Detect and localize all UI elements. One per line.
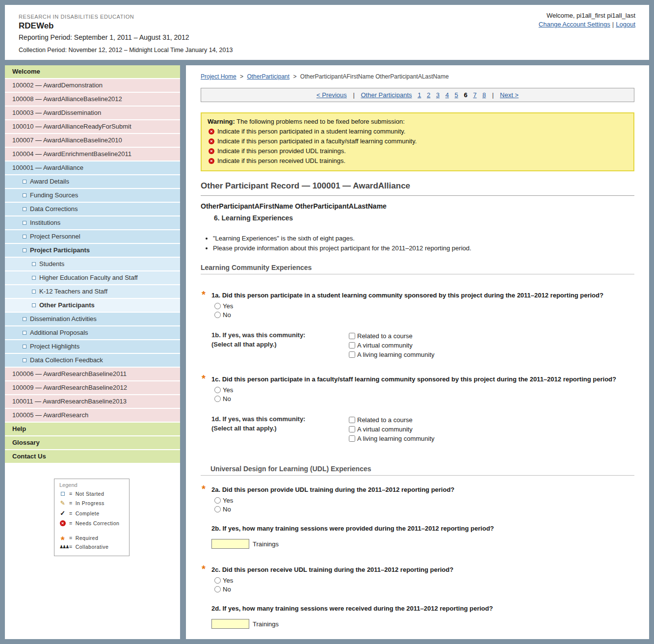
main-content: Project Home > OtherParticipant > OtherP… — [186, 65, 649, 639]
error-x-icon — [59, 520, 66, 526]
q2a-no-option[interactable]: No — [214, 506, 634, 513]
sidebar-item-institutions[interactable]: Institutions — [5, 216, 180, 230]
other-participants-link[interactable]: Other Participants — [361, 91, 412, 99]
q2b-input-row: Trainings — [211, 539, 634, 549]
question-2c: * 2c. Did this person receive UDL traini… — [201, 565, 628, 574]
q1b-living-learning-checkbox[interactable] — [349, 351, 355, 358]
breadcrumb-project-home-link[interactable]: Project Home — [201, 73, 236, 80]
breadcrumb: Project Home > OtherParticipant > OtherP… — [201, 73, 634, 80]
page-link-3[interactable]: 3 — [436, 91, 440, 99]
sidebar-item-award-100003[interactable]: 100003 — AwardDissemination — [5, 107, 180, 120]
q1d-virtual-community-checkbox[interactable] — [349, 426, 355, 432]
q1d-related-course-option[interactable]: Related to a course — [349, 416, 435, 424]
sidebar-item-contact-us[interactable]: Contact Us — [5, 450, 180, 464]
q2a-no-radio[interactable] — [214, 506, 221, 512]
sidebar-item-label: Students — [39, 260, 64, 268]
sidebar-item-project-highlights[interactable]: Project Highlights — [5, 340, 180, 354]
sidebar-item-additional-proposals[interactable]: Additional Proposals — [5, 326, 180, 340]
page-link-8[interactable]: 8 — [482, 91, 486, 99]
sidebar-item-data-corrections[interactable]: Data Corrections — [5, 203, 180, 216]
page-link-4[interactable]: 4 — [445, 91, 449, 99]
sidebar-item-award-100004[interactable]: 100004 — AwardEnrichmentBaseline2011 — [5, 148, 180, 161]
sidebar-item-award-100002[interactable]: 100002 — AwardDemonstration — [5, 79, 180, 93]
sidebar-item-funding-sources[interactable]: Funding Sources — [5, 189, 180, 203]
sidebar-item-award-100009[interactable]: 100009 — AwardResearchBaseline2012 — [5, 381, 180, 395]
breadcrumb-other-participant-link[interactable]: OtherParticipant — [247, 73, 289, 80]
required-asterisk-icon: * — [202, 292, 206, 297]
sidebar-item-project-participants[interactable]: Project Participants — [5, 244, 180, 258]
q2a-yes-option[interactable]: Yes — [214, 497, 634, 504]
sidebar-item-glossary[interactable]: Glossary — [5, 436, 180, 450]
sidebar-item-higher-ed-faculty-staff[interactable]: Higher Education Faculty and Staff — [5, 271, 180, 285]
q2c-no-radio[interactable] — [214, 586, 221, 592]
q1b-virtual-community-option[interactable]: A virtual community — [349, 342, 435, 349]
sidebar-item-award-100001[interactable]: 100001 — AwardAlliance — [5, 161, 180, 175]
pager-separator: | — [353, 91, 354, 99]
q1c-no-radio[interactable] — [214, 396, 221, 402]
change-account-settings-link[interactable]: Change Account Settings — [539, 21, 610, 28]
q1d-living-learning-checkbox[interactable] — [349, 435, 355, 442]
option-label: Yes — [223, 497, 233, 504]
page-link-7[interactable]: 7 — [473, 91, 476, 99]
sidebar-item-award-100008[interactable]: 100008 — AwardAllianceBaseline2012 — [5, 93, 180, 107]
sidebar-item-other-participants[interactable]: Other Participants — [5, 299, 180, 313]
sidebar-item-award-100005[interactable]: 100005 — AwardResearch — [5, 409, 180, 423]
sidebar-item-award-details[interactable]: Award Details — [5, 175, 180, 189]
q1c-yes-radio[interactable] — [214, 387, 221, 393]
sidebar-item-award-100011[interactable]: 100011 — AwardResearchBaseline2013 — [5, 395, 180, 409]
page-link-5[interactable]: 5 — [455, 91, 458, 99]
sidebar-item-label: Dissemination Activities — [30, 315, 97, 322]
q1d-related-course-checkbox[interactable] — [349, 417, 355, 423]
next-page-link[interactable]: Next > — [500, 91, 519, 99]
q1c-no-option[interactable]: No — [214, 395, 634, 402]
q1b-living-learning-option[interactable]: A living learning community — [349, 351, 435, 358]
sidebar-item-students[interactable]: Students — [5, 258, 180, 271]
not-started-checkbox-icon — [23, 180, 26, 184]
trainings-provided-input[interactable] — [211, 539, 249, 549]
trainings-received-input[interactable] — [211, 619, 249, 629]
participant-name: OtherParticipantAFirstName OtherParticip… — [201, 202, 634, 210]
sidebar-item-data-collection-feedback[interactable]: Data Collection Feedback — [5, 354, 180, 368]
q2c-options: Yes No — [214, 577, 634, 593]
q1b-virtual-community-checkbox[interactable] — [349, 342, 355, 349]
sidebar-item-award-100007[interactable]: 100007 — AwardAllianceBaseline2010 — [5, 134, 180, 148]
legend-spacer — [59, 526, 124, 532]
logout-link[interactable]: Logout — [616, 21, 635, 28]
q1a-no-radio[interactable] — [214, 312, 221, 318]
q1d-living-learning-option[interactable]: A living learning community — [349, 435, 435, 442]
sidebar-item-award-100010[interactable]: 100010 — AwardAllianceReadyForSubmit — [5, 120, 180, 134]
not-started-checkbox-icon — [32, 262, 36, 266]
q1c-yes-option[interactable]: Yes — [214, 386, 634, 394]
q2c-no-option[interactable]: No — [214, 586, 634, 593]
sidebar-item-welcome[interactable]: Welcome — [5, 65, 180, 79]
sidebar-item-project-personnel[interactable]: Project Personnel — [5, 230, 180, 244]
q1a-yes-option[interactable]: Yes — [214, 302, 634, 310]
question-text: 2a. Did this person provide UDL training… — [211, 486, 454, 493]
q1a-no-option[interactable]: No — [214, 311, 634, 319]
previous-page-link[interactable]: < Previous — [316, 91, 347, 99]
q2c-yes-radio[interactable] — [214, 577, 221, 584]
section-learning-community: Learning Community Experiences — [201, 264, 634, 274]
q1b-related-course-checkbox[interactable] — [349, 333, 355, 339]
sidebar-item-award-100006[interactable]: 100006 — AwardResearchBaseline2011 — [5, 368, 180, 381]
warning-item: Indicate if this person received UDL tra… — [208, 157, 628, 164]
q2a-yes-radio[interactable] — [214, 497, 221, 504]
sidebar-item-help[interactable]: Help — [5, 423, 180, 436]
q1b-label: 1b. If yes, was this community: — [211, 330, 349, 340]
page-link-2[interactable]: 2 — [427, 91, 430, 99]
q2d-input-row: Trainings — [211, 619, 634, 629]
page-heading: 6. Learning Experiences — [214, 214, 634, 222]
page-layout: Welcome 100002 — AwardDemonstration 1000… — [5, 65, 649, 639]
page-link-1[interactable]: 1 — [418, 91, 421, 99]
q1d-virtual-community-option[interactable]: A virtual community — [349, 426, 435, 433]
q1a-yes-radio[interactable] — [214, 303, 221, 309]
legend-label: Needs Correction — [76, 520, 120, 526]
option-label: Related to a course — [357, 332, 413, 340]
legend-label: Not Started — [76, 491, 105, 497]
sidebar-item-label: K-12 Teachers and Staff — [39, 288, 107, 295]
q1b-related-course-option[interactable]: Related to a course — [349, 332, 435, 340]
option-label: Yes — [223, 386, 233, 394]
q2c-yes-option[interactable]: Yes — [214, 577, 634, 584]
sidebar-item-dissemination-activities[interactable]: Dissemination Activities — [5, 313, 180, 326]
sidebar-item-k12-teachers-staff[interactable]: K-12 Teachers and Staff — [5, 285, 180, 299]
